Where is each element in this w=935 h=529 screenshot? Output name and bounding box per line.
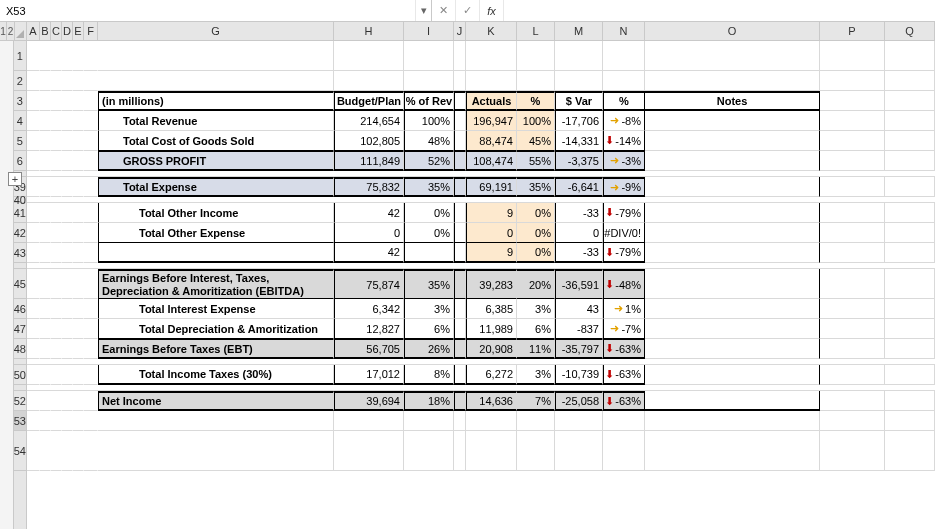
cancel-formula-icon[interactable]: ✕ <box>432 0 456 21</box>
cell[interactable] <box>885 339 935 359</box>
cell[interactable]: 56,705 <box>334 339 404 359</box>
cell[interactable] <box>40 223 51 243</box>
cell[interactable] <box>820 203 885 223</box>
cell[interactable] <box>820 111 885 131</box>
cell[interactable] <box>645 391 820 411</box>
hdr-var[interactable]: $ Var <box>555 91 603 111</box>
cell[interactable] <box>62 299 73 319</box>
row-header-48[interactable]: 48 <box>14 339 26 359</box>
cell[interactable]: -36,591 <box>555 269 603 299</box>
hdr-notes[interactable]: Notes <box>645 91 820 111</box>
cell[interactable]: -48% <box>603 269 645 299</box>
row-header-1[interactable]: 1 <box>14 41 26 71</box>
cell[interactable]: -6,641 <box>555 177 603 197</box>
cell[interactable] <box>27 411 40 431</box>
cell[interactable] <box>62 319 73 339</box>
cell[interactable] <box>40 151 51 171</box>
cell[interactable] <box>40 111 51 131</box>
label-other-income[interactable]: Total Other Income <box>98 203 334 223</box>
cell[interactable] <box>62 243 73 263</box>
cell[interactable] <box>820 391 885 411</box>
cell[interactable]: 48% <box>404 131 454 151</box>
cell[interactable] <box>454 151 466 171</box>
cell[interactable] <box>454 203 466 223</box>
cell[interactable] <box>603 71 645 91</box>
cell[interactable]: 69,191 <box>466 177 517 197</box>
row-header-6[interactable]: 6 <box>14 151 26 171</box>
fx-icon[interactable]: fx <box>480 0 504 21</box>
row-header-54[interactable]: 54 <box>14 431 26 471</box>
cell[interactable] <box>27 431 40 471</box>
cell[interactable] <box>27 269 40 299</box>
cell[interactable] <box>454 391 466 411</box>
cell[interactable] <box>334 41 404 71</box>
cell[interactable] <box>62 177 73 197</box>
cell[interactable]: 0 <box>555 223 603 243</box>
row-header-43[interactable]: 43 <box>14 243 26 263</box>
cell[interactable] <box>27 71 40 91</box>
cell[interactable]: 9 <box>466 203 517 223</box>
cell[interactable] <box>454 71 466 91</box>
cell[interactable] <box>820 71 885 91</box>
row-header-45[interactable]: 45 <box>14 269 26 299</box>
cell[interactable] <box>645 319 820 339</box>
cell[interactable] <box>73 151 84 171</box>
label-gross-profit[interactable]: GROSS PROFIT <box>98 151 334 171</box>
cell[interactable] <box>73 71 84 91</box>
cell[interactable] <box>885 431 935 471</box>
cell[interactable] <box>40 391 51 411</box>
cell[interactable] <box>645 299 820 319</box>
cell[interactable] <box>517 71 555 91</box>
cell[interactable]: 35% <box>404 269 454 299</box>
cell[interactable]: -3,375 <box>555 151 603 171</box>
row-header-2[interactable]: 2 <box>14 71 26 91</box>
cell[interactable]: -63% <box>603 391 645 411</box>
col-header-F[interactable]: F <box>84 22 98 40</box>
cell[interactable] <box>73 243 84 263</box>
cell[interactable] <box>73 111 84 131</box>
cell[interactable] <box>62 203 73 223</box>
cell[interactable] <box>820 151 885 171</box>
cell[interactable] <box>334 71 404 91</box>
cell[interactable] <box>98 431 334 471</box>
cell[interactable] <box>885 299 935 319</box>
cell[interactable] <box>40 203 51 223</box>
cell[interactable]: 100% <box>404 111 454 131</box>
cell[interactable] <box>645 411 820 431</box>
cell[interactable]: -63% <box>603 365 645 385</box>
cell[interactable] <box>517 431 555 471</box>
col-header-H[interactable]: H <box>334 22 404 40</box>
cell[interactable] <box>454 319 466 339</box>
col-header-D[interactable]: D <box>62 22 73 40</box>
cell[interactable]: 100% <box>517 111 555 131</box>
cell[interactable] <box>84 71 98 91</box>
cell[interactable] <box>73 431 84 471</box>
cell[interactable] <box>885 223 935 243</box>
hdr-pct-rev[interactable]: % of Rev <box>404 91 454 111</box>
cell[interactable]: 18% <box>404 391 454 411</box>
col-header-M[interactable]: M <box>555 22 603 40</box>
cell[interactable]: 42 <box>334 203 404 223</box>
cell[interactable] <box>27 203 40 223</box>
cell[interactable]: 196,947 <box>466 111 517 131</box>
col-header-G[interactable]: G <box>98 22 334 40</box>
cell[interactable] <box>645 269 820 299</box>
cell[interactable] <box>334 431 404 471</box>
cell[interactable] <box>62 223 73 243</box>
cell[interactable] <box>27 339 40 359</box>
cell[interactable] <box>51 131 62 151</box>
row-header-50[interactable]: 50 <box>14 365 26 385</box>
cell[interactable]: -9% <box>603 177 645 197</box>
cell[interactable] <box>820 365 885 385</box>
cell[interactable] <box>27 111 40 131</box>
cell[interactable]: 11% <box>517 339 555 359</box>
cell[interactable] <box>62 151 73 171</box>
cell[interactable] <box>51 299 62 319</box>
cell[interactable]: 55% <box>517 151 555 171</box>
cell[interactable]: -14% <box>603 131 645 151</box>
cell[interactable] <box>62 431 73 471</box>
col-header-B[interactable]: B <box>40 22 51 40</box>
cell[interactable] <box>62 411 73 431</box>
cell[interactable]: -35,797 <box>555 339 603 359</box>
cell[interactable]: 20% <box>517 269 555 299</box>
